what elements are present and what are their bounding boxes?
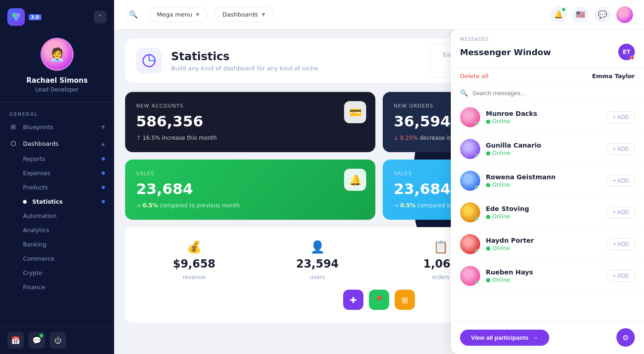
products-dot: [102, 186, 105, 189]
sidebar-item-expenses[interactable]: Expenses: [0, 166, 114, 180]
sidebar-item-banking[interactable]: Banking: [0, 237, 114, 251]
sidebar-item-label: Expenses: [23, 170, 51, 177]
sidebar-item-analytics[interactable]: Analytics: [0, 223, 114, 237]
users-value: 23,594: [296, 257, 339, 270]
settings-button[interactable]: ⚙: [616, 328, 635, 347]
table-button[interactable]: ⊞: [395, 290, 415, 310]
contact-name: Munroe Dacks: [486, 110, 601, 117]
users-stat: 👤 23,594 users: [259, 240, 375, 280]
revenue-stat: 💰 $9,658 revenue: [136, 240, 252, 280]
sidebar-collapse-button[interactable]: ⌃: [94, 11, 107, 23]
sidebar-item-statistics[interactable]: Statistics: [0, 194, 114, 209]
topbar-right: 🔔 🇺🇸 💬: [550, 6, 633, 23]
mega-menu-dropdown[interactable]: Mega menu ▼: [149, 7, 207, 22]
sidebar-item-label: Crypto: [23, 269, 42, 276]
contact-name: Ede Stoving: [486, 205, 601, 212]
contact-avatar: [460, 234, 480, 254]
flag-button[interactable]: 🇺🇸: [572, 6, 589, 23]
contact-item[interactable]: Haydn Porter ● Online + ADD: [451, 228, 644, 260]
main-content: 🔍 Mega menu ▼ Dashboards ▼ 🔔 🇺🇸 💬: [114, 0, 644, 354]
sidebar-header: 3.0 ⌃: [0, 0, 114, 30]
add-contact-button[interactable]: + ADD: [607, 270, 635, 282]
sidebar-item-label: Products: [23, 184, 48, 191]
contact-item[interactable]: Munroe Dacks ● Online + ADD: [451, 102, 644, 133]
messenger-panel: MESSAGES Messenger Window ET Delete all …: [451, 29, 644, 354]
sales-green-value: 23,684: [136, 180, 364, 198]
sidebar-item-label: Finance: [23, 284, 45, 291]
new-accounts-value: 586,356: [136, 113, 364, 130]
chat-button[interactable]: 💬: [29, 332, 45, 348]
version-badge: 3.0: [29, 14, 41, 20]
sidebar-item-commerce[interactable]: Commerce: [0, 251, 114, 266]
view-all-button[interactable]: View all participants →: [460, 330, 549, 346]
sales-green-card: SALES 23,684 → 0.5% compared to previous…: [125, 160, 375, 220]
dashboards-dropdown[interactable]: Dashboards ▼: [214, 7, 273, 22]
sidebar-nav: GENERAL ⊞ Blueprints ▼ ⬡ Dashboards ▲ Re…: [0, 103, 114, 326]
contact-item[interactable]: Rowena Geistmann ● Online + ADD: [451, 165, 644, 197]
messenger-actions: Delete all Emma Taylor: [451, 68, 644, 85]
sidebar-item-dashboards[interactable]: ⬡ Dashboards ▲: [0, 135, 114, 152]
user-avatar[interactable]: [616, 6, 633, 23]
delete-all-button[interactable]: Delete all: [460, 73, 489, 80]
contact-name: Rueben Hays: [486, 268, 601, 276]
messenger-header: MESSAGES Messenger Window ET: [451, 29, 644, 68]
orders-label: orders: [432, 274, 449, 280]
contact-status: ● Online: [486, 245, 601, 251]
add-contact-button[interactable]: + ADD: [607, 175, 635, 187]
emma-online-dot: [630, 56, 634, 60]
calendar-button[interactable]: 📅: [7, 332, 24, 348]
chevron-down-icon: ▼: [262, 12, 265, 17]
add-contact-button[interactable]: + ADD: [607, 238, 635, 250]
revenue-icon: 💰: [187, 240, 201, 254]
contact-item[interactable]: Rueben Hays ● Online + ADD: [451, 260, 644, 292]
search-button[interactable]: 🔍: [125, 6, 142, 23]
sidebar-item-products[interactable]: Products: [0, 180, 114, 194]
contact-info: Rowena Geistmann ● Online: [486, 173, 601, 188]
search-messages-input[interactable]: [472, 90, 635, 97]
blueprints-icon: ⊞: [9, 123, 17, 131]
sidebar-item-blueprints[interactable]: ⊞ Blueprints ▼: [0, 119, 114, 135]
sidebar-logo: 3.0: [7, 8, 41, 26]
orders-icon: 📋: [433, 240, 448, 254]
online-dot: [475, 249, 480, 254]
sidebar-item-label: Automation: [23, 212, 57, 219]
page-content: Statistics Build any kind of dashboard f…: [114, 29, 644, 354]
add-contact-button[interactable]: + ADD: [607, 143, 635, 155]
notifications-button[interactable]: 🔔: [550, 6, 567, 23]
online-dot: [475, 217, 480, 222]
chat-online-dot: [40, 334, 43, 337]
messages-button[interactable]: 💬: [594, 6, 611, 23]
chevron-down-icon: ▼: [196, 12, 200, 17]
contact-status: ● Online: [486, 277, 601, 283]
add-contact-button[interactable]: + ADD: [607, 111, 635, 123]
emma-initials: ET: [623, 49, 630, 55]
down-icon: ↓: [394, 135, 398, 141]
sidebar-item-reports[interactable]: Reports: [0, 152, 114, 166]
sidebar-item-finance[interactable]: Finance: [0, 280, 114, 294]
power-button[interactable]: ⏻: [50, 332, 66, 348]
expenses-dot: [102, 171, 105, 175]
view-all-label: View all participants: [471, 334, 529, 341]
logo-icon: [7, 8, 25, 26]
sidebar-item-label: Statistics: [32, 198, 63, 205]
users-icon: 👤: [310, 240, 325, 254]
contact-item[interactable]: Ede Stoving ● Online + ADD: [451, 197, 644, 228]
page-title: Statistics: [171, 50, 318, 63]
revenue-value: $9,658: [173, 257, 216, 270]
sidebar-item-crypto[interactable]: Crypto: [0, 266, 114, 280]
stats-icon-box: [136, 48, 162, 74]
new-accounts-label: NEW ACCOUNTS: [136, 103, 364, 109]
new-accounts-change: ↑ 16.5% increase this month: [136, 135, 364, 141]
contact-list: Munroe Dacks ● Online + ADD Gunilla Cana…: [451, 102, 644, 320]
contact-info: Ede Stoving ● Online: [486, 205, 601, 220]
contact-status: ● Online: [486, 118, 601, 125]
sidebar-item-automation[interactable]: Automation: [0, 209, 114, 223]
location-button[interactable]: 📍: [369, 290, 389, 310]
emma-avatar: ET: [618, 44, 635, 60]
add-contact-button[interactable]: + ADD: [607, 206, 635, 218]
avatar-image: 🧑‍💼: [42, 39, 72, 69]
contact-info: Rueben Hays ● Online: [486, 268, 601, 283]
reports-dot: [102, 157, 105, 160]
add-button[interactable]: ✚: [343, 290, 363, 310]
contact-item[interactable]: Gunilla Canario ● Online + ADD: [451, 133, 644, 165]
